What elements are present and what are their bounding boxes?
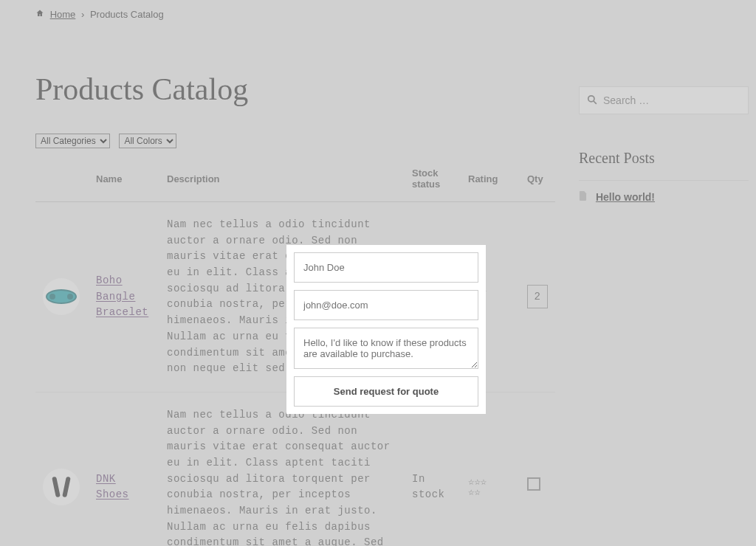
quote-request-modal: Send request for quote	[286, 245, 486, 414]
quote-name-input[interactable]	[294, 252, 478, 283]
quote-message-input[interactable]	[294, 328, 478, 369]
quote-email-input[interactable]	[294, 290, 478, 320]
quote-submit-button[interactable]: Send request for quote	[294, 376, 478, 407]
